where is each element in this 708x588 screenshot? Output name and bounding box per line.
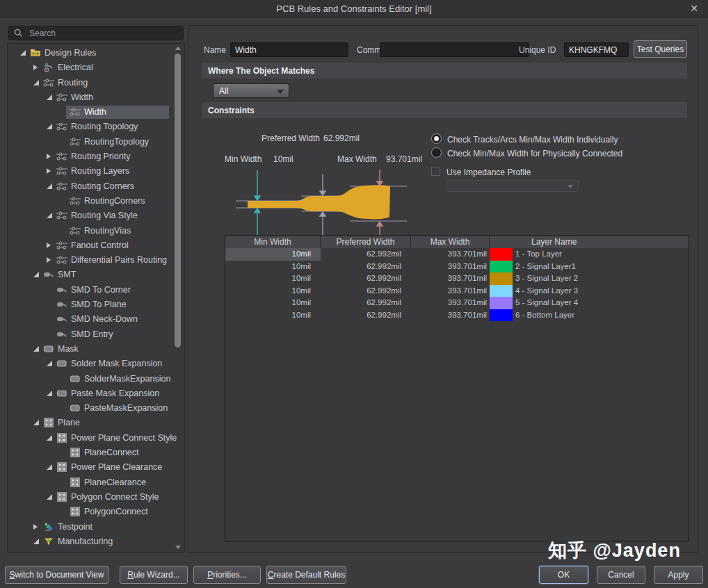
tree-item-smd-neck-down[interactable]: SMD Neck-Down: [8, 312, 184, 327]
collapse-arrow-icon[interactable]: [33, 346, 39, 352]
search-input[interactable]: [28, 28, 178, 39]
max-width-cell[interactable]: 393.701mil: [411, 272, 490, 285]
max-width-cell[interactable]: 393.701mil: [411, 309, 490, 322]
collapse-arrow-icon[interactable]: [47, 124, 52, 129]
tree-item-smd-to-plane[interactable]: SMD To Plane: [8, 297, 184, 312]
collapse-arrow-icon[interactable]: [47, 464, 52, 470]
tree-item-differential-pairs-routing[interactable]: Differential Pairs Routing: [8, 253, 184, 268]
tree-item-fanout-control[interactable]: Fanout Control: [8, 238, 184, 253]
tree-item-planeconnect[interactable]: PlaneConnect: [8, 446, 184, 460]
close-icon[interactable]: ✕: [690, 3, 698, 14]
min-width-cell[interactable]: 10mil: [225, 248, 321, 261]
layer-row-6-bottom-layer[interactable]: 10mil62.992mil393.701mil6 - Bottom Layer: [225, 309, 689, 322]
tree-item-solder-mask-expansion[interactable]: Solder Mask Expansion: [8, 357, 184, 371]
tree-item-mask[interactable]: Mask: [8, 342, 184, 357]
preferred-width-cell[interactable]: 62.992mil: [321, 248, 411, 261]
tree-item-polygonconnect[interactable]: PolygonConnect: [8, 505, 184, 519]
collapse-arrow-icon[interactable]: [47, 435, 52, 441]
expand-arrow-icon[interactable]: [47, 243, 51, 248]
apply-button[interactable]: Apply: [654, 566, 703, 584]
collapse-arrow-icon[interactable]: [33, 420, 39, 425]
expand-arrow-icon[interactable]: [33, 524, 38, 530]
radio-check-individually[interactable]: [431, 133, 442, 144]
expand-arrow-icon[interactable]: [47, 257, 51, 263]
tree-item-smt[interactable]: SMT: [8, 268, 184, 282]
tree-item-routingtopology[interactable]: RoutingTopology: [8, 135, 184, 149]
collapse-arrow-icon[interactable]: [20, 50, 26, 56]
expand-arrow-icon[interactable]: [33, 65, 38, 70]
tree-item-design-rules[interactable]: Design Rules: [8, 46, 184, 60]
ok-button[interactable]: OK: [539, 566, 588, 584]
cancel-button[interactable]: Cancel: [597, 566, 645, 584]
tree-item-routingcorners[interactable]: RoutingCorners: [8, 194, 184, 209]
test-queries-button[interactable]: Test Queries: [634, 40, 687, 58]
collapse-arrow-icon[interactable]: [33, 272, 39, 277]
tree-item-paste-mask-expansion[interactable]: Paste Mask Expansion: [8, 386, 184, 401]
min-width-cell[interactable]: 10mil: [225, 261, 321, 273]
tree-item-testpoint[interactable]: Testpoint: [8, 520, 184, 534]
collapse-arrow-icon[interactable]: [33, 539, 39, 544]
collapse-arrow-icon[interactable]: [47, 361, 52, 366]
preferred-width-cell[interactable]: 62.992mil: [321, 285, 411, 297]
priorities-button[interactable]: Priorities...: [193, 566, 261, 584]
search-box[interactable]: [8, 26, 184, 40]
tree-item-pastemaskexpansion[interactable]: PasteMaskExpansion: [8, 401, 184, 416]
tree-item-manufacturing[interactable]: Manufacturing: [8, 534, 184, 549]
collapse-arrow-icon[interactable]: [47, 95, 52, 100]
layer-row-4-signal-layer-3[interactable]: 10mil62.992mil393.701mil4 - Signal Layer…: [225, 285, 689, 297]
tree-item-smd-entry[interactable]: SMD Entry: [8, 327, 184, 342]
tree-item-routing-topology[interactable]: Routing Topology: [8, 120, 184, 134]
preferred-width-cell[interactable]: 62.992mil: [321, 309, 411, 322]
max-width-cell[interactable]: 393.701mil: [411, 285, 490, 297]
preferred-width-cell[interactable]: 62.992mil: [321, 272, 411, 285]
radio-check-physically-connected[interactable]: [431, 147, 442, 158]
switch-to-document-view-button[interactable]: Switch to Document View: [5, 566, 108, 584]
max-width-cell[interactable]: 393.701mil: [411, 297, 490, 309]
layer-row-2-signal-layer1[interactable]: 10mil62.992mil393.701mil2 - Signal Layer…: [225, 261, 689, 273]
layer-row-1-top-layer[interactable]: 10mil62.992mil393.701mil1 - Top Layer: [225, 248, 689, 261]
tree-item-smd-to-corner[interactable]: SMD To Corner: [8, 283, 184, 297]
scrollbar-thumb[interactable]: [175, 54, 181, 348]
tree-item-power-plane-clearance[interactable]: Power Plane Clearance: [8, 460, 184, 475]
tree-item-routing-layers[interactable]: Routing Layers: [8, 164, 184, 179]
expand-arrow-icon[interactable]: [47, 168, 51, 174]
preferred-width-cell[interactable]: 62.992mil: [321, 261, 411, 273]
min-width-value[interactable]: 10mil: [273, 154, 293, 164]
layer-row-5-signal-layer-4[interactable]: 10mil62.992mil393.701mil5 - Signal Layer…: [225, 297, 689, 309]
collapse-arrow-icon[interactable]: [47, 391, 52, 396]
tree-item-item[interactable]: [8, 549, 184, 553]
min-width-cell[interactable]: 10mil: [225, 285, 321, 297]
collapse-arrow-icon[interactable]: [47, 494, 52, 500]
tree-item-electrical[interactable]: Electrical: [8, 60, 184, 75]
scroll-up-icon[interactable]: [175, 47, 181, 50]
name-field[interactable]: [230, 42, 348, 57]
tree-item-routing-corners[interactable]: Routing Corners: [8, 179, 184, 194]
max-width-value[interactable]: 93.701mil: [386, 154, 422, 164]
tree-item-polygon-connect-style[interactable]: Polygon Connect Style: [8, 490, 184, 505]
expand-arrow-icon[interactable]: [47, 154, 51, 159]
max-width-cell[interactable]: 393.701mil: [411, 261, 490, 273]
collapse-arrow-icon[interactable]: [47, 183, 52, 189]
tree-scrollbar[interactable]: [175, 45, 182, 550]
tree-item-routing-via-style[interactable]: Routing Via Style: [8, 209, 184, 223]
tree-item-routing-priority[interactable]: Routing Priority: [8, 149, 184, 164]
collapse-arrow-icon[interactable]: [33, 80, 39, 85]
min-width-cell[interactable]: 10mil: [225, 309, 321, 322]
rule-wizard-button[interactable]: Rule Wizard...: [120, 566, 188, 584]
min-width-cell[interactable]: 10mil: [225, 297, 321, 309]
tree-item-routingvias[interactable]: RoutingVias: [8, 224, 184, 238]
comment-field[interactable]: [380, 42, 529, 57]
preferred-width-cell[interactable]: 62.992mil: [321, 297, 411, 309]
unique-id-field[interactable]: [564, 42, 629, 57]
tree-item-plane[interactable]: Plane: [8, 416, 184, 430]
preferred-width-value[interactable]: 62.992mil: [323, 133, 360, 143]
layer-row-3-signal-layer-2[interactable]: 10mil62.992mil393.701mil3 - Signal Layer…: [225, 272, 689, 285]
collapse-arrow-icon[interactable]: [47, 213, 52, 218]
max-width-cell[interactable]: 393.701mil: [411, 248, 490, 261]
scroll-down-icon[interactable]: [175, 546, 181, 549]
scope-dropdown[interactable]: All: [213, 83, 289, 98]
tree-item-power-plane-connect-style[interactable]: Power Plane Connect Style: [8, 431, 184, 446]
create-default-rules-button[interactable]: Create Default Rules: [266, 566, 346, 584]
min-width-cell[interactable]: 10mil: [225, 272, 321, 285]
tree-item-width[interactable]: Width: [8, 105, 184, 120]
